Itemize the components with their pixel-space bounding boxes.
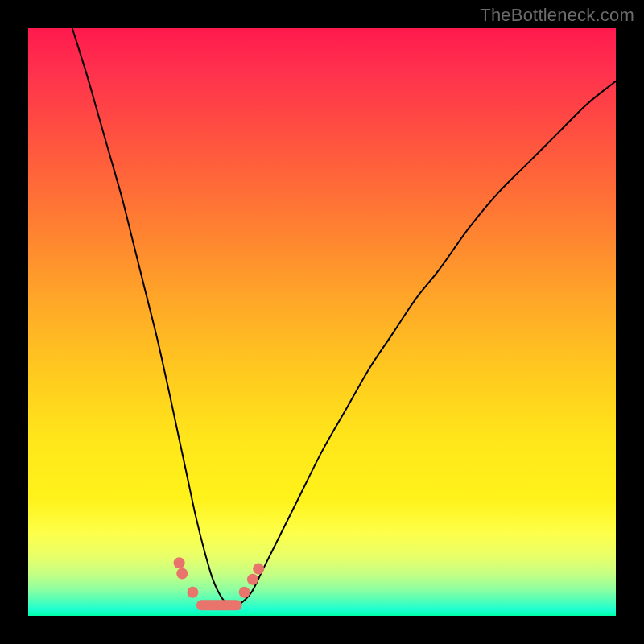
- curve-marker: [253, 564, 264, 575]
- plot-area: [28, 28, 616, 616]
- curve-marker: [174, 557, 185, 568]
- curve-marker: [187, 587, 198, 598]
- curve-marker: [176, 568, 188, 579]
- outer-frame: TheBottleneck.com: [0, 0, 644, 644]
- curve-marker: [247, 574, 258, 585]
- chart-svg: [28, 28, 616, 616]
- bottleneck-curve: [72, 28, 616, 607]
- watermark-text: TheBottleneck.com: [480, 5, 634, 26]
- curve-marker: [239, 587, 250, 598]
